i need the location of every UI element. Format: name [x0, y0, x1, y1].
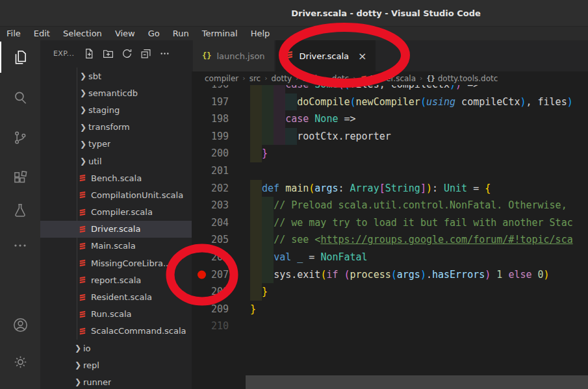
- explorer-item-io[interactable]: ❯io: [40, 340, 192, 357]
- breadcrumb-label: dotty.tools.dotc: [438, 74, 498, 83]
- explorer-item-runner[interactable]: ❯runner: [40, 373, 192, 389]
- breadcrumb-item-driver-scala[interactable]: Driver.scala: [360, 74, 416, 83]
- explorer-item-resident-scala[interactable]: Resident.scala: [40, 288, 192, 305]
- explorer-item-label: MissingCoreLibra...: [91, 258, 171, 268]
- breadcrumb-item-compiler[interactable]: compiler: [205, 74, 238, 83]
- activity-item-settings[interactable]: [0, 346, 40, 377]
- more-actions-icon[interactable]: [159, 48, 170, 59]
- tab-launch-json[interactable]: {}launch.json: [193, 40, 274, 71]
- menu-item-edit[interactable]: Edit: [27, 29, 57, 38]
- line-number[interactable]: 198: [192, 110, 229, 128]
- code-line-210[interactable]: 210: [192, 318, 588, 335]
- code-line-204[interactable]: 204 // we may try to load it but fail wi…: [192, 214, 588, 232]
- activity-item-source-control[interactable]: [0, 122, 40, 153]
- menu-item-go[interactable]: Go: [142, 29, 166, 38]
- explorer-item-util[interactable]: ❯util: [40, 153, 192, 169]
- code-line-200[interactable]: 200 }: [192, 145, 588, 162]
- breadcrumb-item-dotty[interactable]: dotty: [272, 74, 292, 83]
- code-line-198[interactable]: 198 case None =>: [192, 110, 588, 128]
- explorer-item-label: Compiler.scala: [91, 207, 153, 217]
- menu-item-selection[interactable]: Selection: [57, 29, 109, 38]
- line-number[interactable]: 201: [192, 162, 229, 180]
- code-text: // Preload scala.util.control.NonFatal. …: [250, 197, 567, 214]
- line-number[interactable]: 199: [192, 128, 229, 145]
- activity-item-extensions[interactable]: [0, 162, 40, 194]
- chevron-right-icon: ❯: [73, 377, 83, 386]
- explorer-item-compilationunit-scala[interactable]: CompilationUnit.scala: [40, 186, 192, 203]
- explorer-item-sbt[interactable]: ❯sbt: [40, 68, 192, 84]
- horizontal-scrollbar[interactable]: [246, 375, 588, 389]
- code-line-209[interactable]: 209}: [192, 301, 588, 318]
- line-number[interactable]: 210: [192, 318, 229, 335]
- activity-item-accounts[interactable]: [0, 309, 40, 340]
- code-line-202[interactable]: 202 def main(args: Array[String]): Unit …: [192, 180, 588, 197]
- explorer-item-label: util: [88, 157, 102, 166]
- explorer-item-repl[interactable]: ❯repl: [40, 357, 192, 373]
- menu-item-view[interactable]: View: [109, 29, 142, 38]
- tab-bar: {}launch.jsonDriver.scala×: [192, 40, 588, 71]
- menu-item-file[interactable]: File: [0, 29, 27, 38]
- line-number[interactable]: 200: [192, 145, 229, 162]
- extensions-icon: [12, 169, 29, 186]
- line-number[interactable]: 206: [192, 249, 229, 266]
- code-area[interactable]: 196 case Some((files, compileCtx)) =>197…: [192, 76, 588, 335]
- explorer-item-staging[interactable]: ❯staging: [40, 101, 192, 118]
- code-line-199[interactable]: 199 rootCtx.reporter: [192, 128, 588, 145]
- explorer-item-bench-scala[interactable]: Bench.scala: [40, 169, 192, 186]
- code-line-203[interactable]: 203 // Preload scala.util.control.NonFat…: [192, 197, 588, 214]
- line-number[interactable]: 207: [192, 266, 229, 284]
- explorer-item-label: repl: [83, 360, 99, 370]
- code-line-201[interactable]: 201: [192, 162, 588, 180]
- ellipsis-icon: [12, 237, 29, 254]
- activity-item-explorer[interactable]: [0, 42, 40, 73]
- new-folder-icon[interactable]: [103, 48, 114, 59]
- code-line-197[interactable]: 197 doCompile(newCompiler(using compileC…: [192, 94, 588, 111]
- menu-item-help[interactable]: Help: [244, 29, 277, 38]
- breadcrumb-item-dotty-tools-dotc[interactable]: {}dotty.tools.dotc: [426, 74, 498, 83]
- explorer-actions: [84, 48, 170, 59]
- explorer-item-report-scala[interactable]: report.scala: [40, 271, 192, 288]
- explorer-item-missingcorelibra[interactable]: MissingCoreLibra...: [40, 255, 192, 271]
- collapse-folders-icon[interactable]: [140, 48, 151, 59]
- explorer-item-transform[interactable]: ❯transform: [40, 119, 192, 136]
- breadcrumb-item-src[interactable]: src: [249, 74, 261, 83]
- activity-item-more-views[interactable]: [0, 230, 40, 261]
- refresh-explorer-icon[interactable]: [121, 48, 133, 59]
- scala-file-icon: [78, 208, 87, 217]
- explorer-item-compiler-scala[interactable]: Compiler.scala: [40, 204, 192, 221]
- explorer-item-run-scala[interactable]: Run.scala: [40, 306, 192, 323]
- code-text: }: [250, 145, 268, 162]
- breadcrumb-separator: ›: [321, 74, 331, 82]
- new-file-icon[interactable]: [84, 48, 95, 59]
- code-line-208[interactable]: 208 }: [192, 283, 588, 301]
- code-text: }: [250, 301, 256, 318]
- line-number[interactable]: 204: [192, 214, 229, 232]
- line-number[interactable]: 197: [192, 94, 229, 111]
- breadcrumb-item-tools[interactable]: tools: [302, 74, 321, 83]
- menu-item-terminal[interactable]: Terminal: [196, 29, 244, 38]
- activity-item-search[interactable]: [0, 82, 40, 113]
- chevron-right-icon: ❯: [78, 88, 88, 97]
- activity-item-testing[interactable]: [0, 195, 40, 226]
- line-number[interactable]: 205: [192, 231, 229, 249]
- explorer-item-driver-scala[interactable]: Driver.scala: [40, 221, 192, 238]
- menu-item-run[interactable]: Run: [166, 29, 196, 38]
- line-number[interactable]: 209: [192, 301, 229, 318]
- explorer-item-scalaccommand-scala[interactable]: ScalacCommand.scala: [40, 323, 192, 340]
- chevron-right-icon: ❯: [78, 140, 88, 149]
- explorer-sidebar: EXP... ❯sbt❯semanticdb❯staging❯transform…: [40, 40, 192, 389]
- tab-driver-scala[interactable]: Driver.scala×: [275, 40, 376, 71]
- code-line-206[interactable]: 206 val _ = NonFatal: [192, 249, 588, 266]
- breadcrumb-separator: ›: [238, 74, 249, 82]
- explorer-item-semanticdb[interactable]: ❯semanticdb: [40, 84, 192, 101]
- code-line-205[interactable]: 205 // see <https://groups.google.com/fo…: [192, 231, 588, 249]
- explorer-item-main-scala[interactable]: Main.scala: [40, 238, 192, 255]
- breadcrumb-item-dotc[interactable]: dotc: [332, 74, 349, 83]
- line-number[interactable]: 208: [192, 283, 229, 301]
- line-number[interactable]: 202: [192, 180, 229, 197]
- tab-close-icon[interactable]: ×: [358, 50, 366, 62]
- explorer-item-label: ScalacCommand.scala: [91, 326, 186, 336]
- code-line-207[interactable]: 207 sys.exit(if (process(args).hasErrors…: [192, 266, 588, 284]
- explorer-item-typer[interactable]: ❯typer: [40, 136, 192, 153]
- line-number[interactable]: 203: [192, 197, 229, 214]
